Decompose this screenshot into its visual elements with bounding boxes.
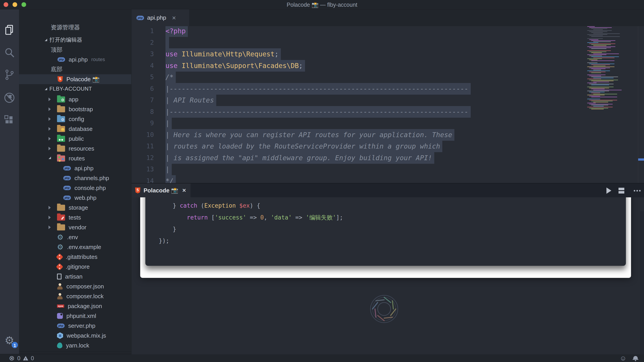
minimap-line bbox=[591, 28, 607, 29]
snapshot-code-line: } catch (Exception $ex) { bbox=[159, 200, 260, 211]
tree-item[interactable]: app bbox=[19, 94, 132, 104]
tree-item[interactable]: package.json bbox=[19, 301, 132, 311]
split-editor-icon[interactable] bbox=[618, 187, 625, 194]
webview-scrollbar[interactable] bbox=[640, 211, 644, 354]
code-snapshot: _ , } catch (Exception $ex) { return ['s… bbox=[145, 197, 626, 266]
polaroid-frame: _ , } catch (Exception $ex) { return ['s… bbox=[140, 197, 631, 278]
more-actions-icon[interactable] bbox=[631, 187, 638, 194]
php-icon bbox=[63, 176, 71, 180]
minimap-line bbox=[593, 41, 611, 42]
tree-item[interactable]: .env.example bbox=[19, 242, 132, 252]
problems-status-item[interactable]: ⊗ 0 0 bbox=[9, 354, 34, 362]
errors-icon: ⊗ bbox=[9, 354, 14, 362]
open-editor-item[interactable]: api.phproutes bbox=[19, 55, 132, 65]
minimap-line bbox=[589, 31, 607, 32]
search-icon[interactable] bbox=[4, 47, 15, 58]
settings-gear-icon[interactable]: ⚙ 1 bbox=[4, 335, 15, 346]
minimap-line bbox=[591, 89, 605, 89]
tree-item[interactable]: api.php bbox=[19, 163, 132, 173]
minimap-line bbox=[587, 30, 612, 31]
minimap-line bbox=[591, 69, 606, 69]
tab-api-php[interactable]: api.php × bbox=[132, 10, 189, 26]
minimap-line bbox=[589, 48, 611, 48]
fold-icon bbox=[57, 146, 65, 152]
sidebar-title: 资源管理器 bbox=[19, 22, 132, 32]
tree-item[interactable]: composer.lock bbox=[19, 291, 132, 301]
explorer-icon[interactable] bbox=[4, 24, 15, 36]
editor-code-area[interactable]: 1<?php23use Illuminate\Http\Request;4use… bbox=[132, 26, 644, 183]
tree-item[interactable]: vendor bbox=[19, 222, 132, 232]
minimap-line bbox=[587, 79, 601, 79]
tab-polacode[interactable]: Polacode 📸 × bbox=[132, 183, 190, 197]
tree-item[interactable]: public bbox=[19, 134, 132, 144]
tree-item[interactable]: console.php bbox=[19, 183, 132, 193]
code-line: 2 bbox=[132, 37, 644, 49]
minimap-line bbox=[593, 58, 614, 58]
npm-icon bbox=[57, 304, 64, 308]
fold-icon bbox=[57, 106, 65, 112]
tree-item[interactable]: webpack.mix.js bbox=[19, 331, 132, 340]
minimap-line bbox=[589, 76, 601, 76]
minimap[interactable] bbox=[586, 26, 626, 113]
tree-item[interactable]: config bbox=[19, 114, 132, 124]
tree-item[interactable]: artisan bbox=[19, 272, 132, 281]
minimap-line bbox=[587, 87, 614, 87]
close-tab-icon[interactable]: × bbox=[172, 14, 176, 22]
feedback-smiley-icon[interactable]: ☺ bbox=[620, 354, 626, 362]
tree-item[interactable]: bootstrap bbox=[19, 104, 132, 114]
tree-item[interactable]: .env bbox=[19, 232, 132, 242]
chevron-right-icon bbox=[48, 107, 51, 111]
tree-item[interactable]: yarn.lock bbox=[19, 340, 132, 350]
tree-item[interactable]: channels.php bbox=[19, 173, 132, 183]
minimap-line bbox=[593, 94, 617, 94]
run-icon[interactable] bbox=[606, 187, 612, 194]
minimap-line bbox=[589, 52, 606, 52]
minimap-line bbox=[587, 26, 595, 27]
shutter-capture-button[interactable] bbox=[368, 292, 401, 326]
minimap-line bbox=[587, 91, 609, 91]
close-panel-tab-icon[interactable]: × bbox=[182, 187, 186, 194]
chevron-expanded-icon bbox=[45, 88, 47, 90]
code-line: 14*/ bbox=[132, 175, 644, 183]
minimap-line bbox=[589, 27, 612, 28]
minimap-line bbox=[589, 35, 603, 36]
tree-item[interactable]: routes bbox=[19, 153, 132, 163]
tree-item[interactable]: .gitattributes bbox=[19, 252, 132, 262]
minimap-line bbox=[587, 42, 598, 43]
minimap-line bbox=[593, 29, 603, 30]
tree-item[interactable]: resources bbox=[19, 144, 132, 153]
tree-item[interactable]: web.php bbox=[19, 193, 132, 203]
section-project-flby-account[interactable]: FLBY-ACCOUNT bbox=[19, 84, 132, 94]
section-open-editors[interactable]: 打开的编辑器 bbox=[19, 35, 132, 45]
minimap-line bbox=[591, 48, 606, 49]
snapshot-code-line: return ['success' => 0, 'data' => '编辑失败'… bbox=[159, 212, 343, 223]
open-editors-group-label: 顶部 bbox=[19, 45, 132, 55]
tree-item[interactable]: composer.json bbox=[19, 281, 132, 291]
minimap-line bbox=[591, 105, 608, 105]
tree-item[interactable]: database bbox=[19, 124, 132, 134]
minimap-line bbox=[587, 103, 596, 103]
debug-disabled-icon[interactable] bbox=[4, 92, 15, 104]
minimap-line bbox=[593, 90, 622, 90]
file-icon bbox=[57, 274, 62, 279]
php-icon bbox=[63, 166, 71, 170]
fold-icon bbox=[57, 224, 65, 230]
minimap-line bbox=[589, 92, 605, 92]
minimap-line bbox=[589, 60, 598, 60]
tree-item[interactable]: tests bbox=[19, 213, 132, 222]
open-editor-item[interactable]: Polacode 📸 bbox=[19, 74, 132, 84]
minimap-line bbox=[587, 67, 614, 67]
f-routes-icon bbox=[57, 156, 65, 162]
minimap-line bbox=[591, 52, 602, 53]
minimap-line bbox=[589, 68, 610, 68]
tree-item[interactable]: .gitignore bbox=[19, 262, 132, 272]
source-control-icon[interactable] bbox=[4, 69, 15, 81]
sidebar-section-code-outline[interactable]: CODE OUTLINE bbox=[19, 351, 132, 354]
notifications-bell-icon[interactable] bbox=[633, 356, 638, 360]
minimap-line bbox=[591, 93, 600, 93]
polacode-webview: _ , } catch (Exception $ex) { return ['s… bbox=[132, 197, 644, 354]
tree-item[interactable]: storage bbox=[19, 203, 132, 213]
tree-item[interactable]: phpunit.xml bbox=[19, 311, 132, 321]
extensions-icon[interactable] bbox=[4, 114, 15, 126]
tree-item[interactable]: server.php bbox=[19, 321, 132, 331]
